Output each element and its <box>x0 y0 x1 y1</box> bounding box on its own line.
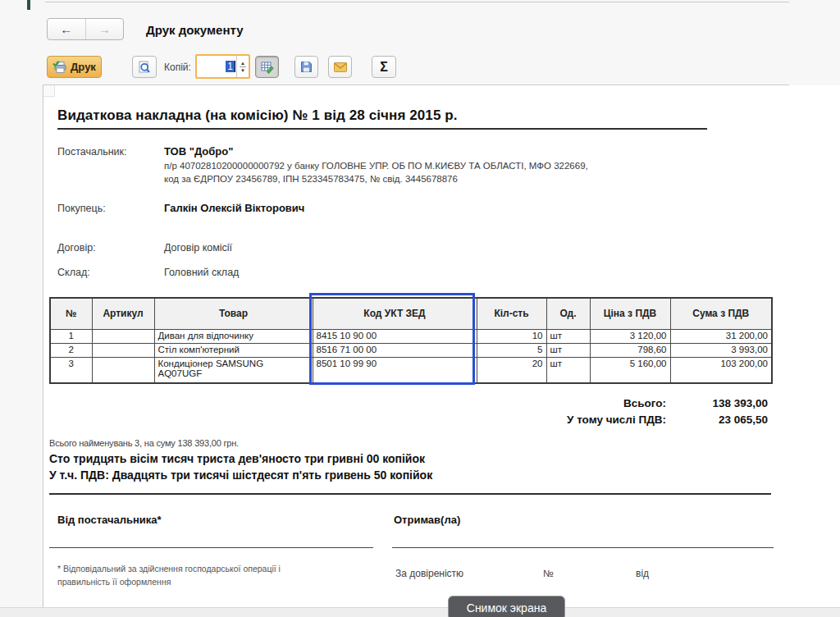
col-header-article: Артикул <box>92 298 154 329</box>
print-preview-icon <box>138 61 151 74</box>
vat-in-words: У т.ч. ПДВ: Двадцять три тисячі шістдеся… <box>49 468 432 482</box>
cell-article <box>92 343 154 357</box>
sum-button[interactable]: Σ <box>372 56 396 78</box>
col-header-price: Ціна з ПДВ <box>590 298 670 329</box>
sheet-corner <box>43 85 55 97</box>
stepper-up-button[interactable]: ▲ <box>240 61 245 66</box>
cell-sum: 31 200,00 <box>670 329 772 343</box>
supplier-label: Постачальник: <box>57 146 127 158</box>
print-button[interactable]: Друк <box>47 56 102 78</box>
cell-sum: 3 993,00 <box>670 343 772 357</box>
table-settings-button[interactable] <box>255 56 279 78</box>
contract-value: Договір комісії <box>164 242 232 254</box>
warehouse-value: Головний склад <box>164 267 239 278</box>
footer-band <box>0 607 840 617</box>
proxy-label: За довіреністю <box>395 568 463 579</box>
cell-num: 1 <box>50 329 92 343</box>
supplier-details-line2: код за ЄДРПОУ 23456789, ІПН 523345783475… <box>164 174 458 184</box>
cell-num: 3 <box>50 357 92 383</box>
section-divider <box>49 493 771 495</box>
footnote-line2: правильність її оформлення <box>57 577 171 587</box>
cell-unit: шт <box>546 329 590 343</box>
mail-button[interactable] <box>328 56 352 78</box>
cell-price: 5 160,00 <box>590 357 670 383</box>
document-title: Видаткова накладна (на комісію) № 1 від … <box>57 107 458 124</box>
forward-button[interactable]: → <box>85 19 124 39</box>
cell-article <box>92 357 154 383</box>
cell-sum: 103 200,00 <box>670 357 772 383</box>
panel-top-border <box>43 85 789 85</box>
vat-total-value: 23 065,50 <box>604 414 768 426</box>
col-header-sum: Сума з ПДВ <box>670 298 772 329</box>
proxy-from-label: від <box>636 568 649 579</box>
col-header-product: Товар <box>154 298 313 329</box>
sigma-icon: Σ <box>380 60 388 75</box>
cell-price: 798,60 <box>590 343 670 357</box>
supplier-signature-line <box>49 547 373 548</box>
title-underline <box>57 128 707 130</box>
chevron-down-icon: ▼ <box>240 68 245 73</box>
cell-qty: 5 <box>477 343 546 357</box>
warehouse-label: Склад: <box>57 267 90 278</box>
summary-line: Всього найменувань 3, на суму 138 393,00… <box>49 438 239 448</box>
back-button[interactable]: ← <box>48 19 85 39</box>
forward-icon: → <box>98 22 111 36</box>
cell-price: 3 120,00 <box>590 329 670 343</box>
supplier-details-line1: п/р 40702810200000000792 у банку ГОЛОВНЕ… <box>164 161 588 171</box>
copies-input[interactable]: 1 ▲ ▼ <box>195 54 250 79</box>
copies-label: Копій: <box>164 62 191 73</box>
copies-stepper: ▲ ▼ <box>236 56 249 77</box>
print-button-label: Друк <box>71 61 96 73</box>
top-divider <box>45 2 789 2</box>
stepper-down-button[interactable]: ▼ <box>240 68 245 73</box>
cell-product: Кондиціонер SAMSUNG AQ07UGF <box>158 359 281 378</box>
cell-unit: шт <box>546 343 590 357</box>
back-icon: ← <box>60 22 72 36</box>
buyer-name: Галкін Олексій Вікторович <box>164 202 304 214</box>
proxy-number-label: № <box>543 568 554 579</box>
panel-left-border <box>43 85 43 607</box>
cell-article <box>92 329 154 343</box>
cell-qty: 20 <box>477 357 546 383</box>
col-header-qty: Кіл-сть <box>477 298 546 329</box>
cell-unit: шт <box>546 357 590 383</box>
contract-label: Договір: <box>57 242 96 254</box>
supplier-name: ТОВ "Добро" <box>164 145 233 158</box>
cell-qty: 10 <box>477 329 546 343</box>
mail-icon <box>334 62 347 72</box>
buyer-label: Покупець: <box>57 203 106 214</box>
cell-num: 2 <box>50 343 92 357</box>
window-edge-mark <box>27 0 30 10</box>
receiver-signature-label: Отримав(ла) <box>394 514 460 526</box>
screenshot-button[interactable]: Снимок экрана <box>448 596 565 617</box>
save-button[interactable] <box>294 56 318 78</box>
cell-product: Диван для відпочинку <box>154 329 313 343</box>
amount-in-words: Сто тридцять вісім тисяч триста дев'янос… <box>49 452 425 465</box>
page-title: Друк документу <box>146 23 244 37</box>
supplier-signature-label: Від постачальника* <box>57 514 162 526</box>
col-header-num: № <box>50 298 92 329</box>
copies-value: 1 <box>226 61 235 72</box>
chevron-up-icon: ▲ <box>240 61 245 66</box>
save-icon <box>300 61 313 73</box>
cell-product: Стіл комп'ютерний <box>154 343 313 357</box>
col-header-unit: Од. <box>546 298 590 329</box>
ukt-column-highlight-box <box>309 293 475 385</box>
printer-icon <box>52 61 67 74</box>
print-document-window: ← → Друк документу Друк Копій: 1 <box>0 0 840 617</box>
table-edit-icon <box>261 61 274 74</box>
receiver-signature-line <box>392 547 774 548</box>
footnote-line1: * Відповідальний за здійснення господарс… <box>57 564 281 574</box>
stepper-divider <box>240 66 246 67</box>
nav-buttons: ← → <box>47 18 124 40</box>
copies-value-area[interactable]: 1 <box>197 56 236 77</box>
total-value: 138 393,00 <box>604 397 768 409</box>
preview-button[interactable] <box>132 56 157 78</box>
